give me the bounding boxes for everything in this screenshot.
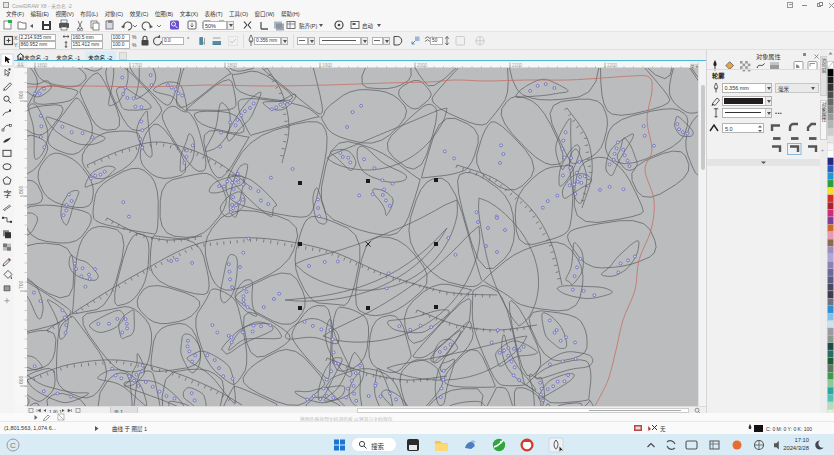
svg-text:900: 900 (18, 90, 24, 99)
svg-text:2200: 2200 (607, 63, 618, 68)
svg-text:600: 600 (18, 375, 24, 384)
svg-text:C: C (10, 441, 16, 450)
svg-text:2100: 2100 (512, 63, 523, 68)
svg-text:2000: 2000 (417, 63, 428, 68)
svg-text:1700: 1700 (132, 63, 143, 68)
svg-text:700: 700 (18, 280, 24, 289)
svg-text:字: 字 (4, 189, 12, 199)
svg-text:1800: 1800 (227, 63, 238, 68)
svg-text:1900: 1900 (322, 63, 333, 68)
svg-text:800: 800 (18, 185, 24, 194)
svg-text:1600: 1600 (37, 63, 48, 68)
